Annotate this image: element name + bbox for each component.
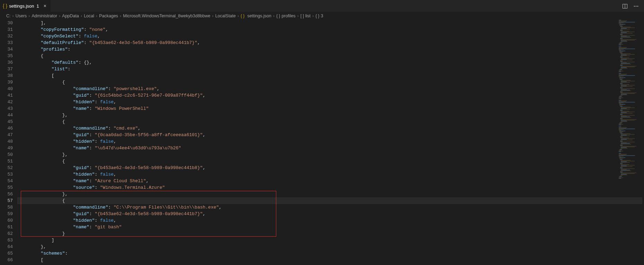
code-line[interactable]: {: [19, 158, 644, 165]
chevron-right-icon: ›: [297, 14, 299, 18]
chevron-right-icon: ›: [12, 14, 14, 18]
code-line[interactable]: },: [19, 191, 644, 197]
breadcrumb-item[interactable]: AppData: [62, 14, 79, 18]
line-numbers: 3031323334353637383940414243444546474849…: [0, 20, 19, 265]
braces-icon: { }: [315, 14, 319, 18]
more-actions-icon[interactable]: [632, 2, 640, 10]
breadcrumb-item[interactable]: list: [305, 14, 311, 18]
breadcrumb-item[interactable]: LocalState: [215, 14, 236, 18]
breadcrumb[interactable]: C:›Users›Administrator›AppData›Local›Pac…: [0, 12, 644, 20]
svg-point-2: [634, 6, 635, 7]
code-content[interactable]: ], "copyFormatting": "none", "copyOnSele…: [19, 20, 644, 265]
code-line[interactable]: "source": "Windows.Terminal.Azure": [19, 184, 644, 191]
chevron-right-icon: ›: [96, 14, 97, 18]
code-line[interactable]: {: [19, 53, 644, 59]
code-line[interactable]: ],: [19, 20, 644, 26]
code-line[interactable]: "guid": "{0caa0dad-35be-5f56-a8ff-afceee…: [19, 132, 644, 138]
code-line[interactable]: "name": "\u547d\u4ee4\u63d0\u793a\u7b26": [19, 145, 644, 151]
code-line[interactable]: "defaults": {},: [19, 59, 644, 66]
svg-point-4: [637, 6, 638, 7]
code-line[interactable]: "commandline": "C:\\Program Files\\Git\\…: [19, 204, 644, 211]
chevron-right-icon: ›: [212, 14, 213, 18]
code-line[interactable]: "hidden": false,: [19, 171, 644, 178]
editor[interactable]: 3031323334353637383940414243444546474849…: [0, 20, 644, 265]
code-line[interactable]: }: [19, 230, 644, 237]
code-line[interactable]: {: [17, 197, 642, 204]
chevron-right-icon: ›: [59, 14, 60, 18]
code-line[interactable]: "guid": "{b453ae62-4e3d-5e58-b989-0a998e…: [19, 165, 644, 171]
breadcrumb-item[interactable]: settings.json: [247, 14, 271, 18]
code-line[interactable]: [: [19, 72, 644, 79]
code-line[interactable]: "copyOnSelect": false,: [19, 33, 644, 39]
braces-icon: { }: [276, 14, 280, 18]
tab-dirty: 1: [37, 3, 39, 9]
chevron-right-icon: ›: [81, 14, 82, 18]
code-line[interactable]: ]: [19, 237, 644, 244]
code-line[interactable]: "hidden": false,: [19, 217, 644, 224]
code-line[interactable]: "hidden": false,: [19, 138, 644, 145]
close-icon[interactable]: ×: [42, 3, 48, 9]
chevron-right-icon: ›: [28, 14, 30, 18]
code-line[interactable]: [: [19, 257, 644, 263]
code-line[interactable]: "defaultProfile": "{b453ae62-4e3d-5e58-b…: [19, 39, 644, 46]
breadcrumb-item[interactable]: Packages: [99, 14, 118, 18]
code-line[interactable]: "guid": "{61c54bbd-c2c6-5271-96e7-009a87…: [19, 92, 644, 99]
array-icon: [ ]: [301, 14, 304, 18]
code-line[interactable]: "name": "git bash": [19, 224, 644, 230]
code-line[interactable]: },: [19, 244, 644, 250]
code-line[interactable]: },: [19, 112, 644, 118]
chevron-right-icon: ›: [238, 14, 239, 18]
minimap[interactable]: [617, 20, 641, 189]
json-icon: { }: [241, 14, 244, 18]
chevron-right-icon: ›: [273, 14, 275, 18]
code-line[interactable]: "schemes":: [19, 250, 644, 257]
breadcrumb-item[interactable]: Users: [16, 14, 27, 18]
editor-actions: [617, 0, 644, 12]
svg-point-3: [636, 6, 637, 7]
chevron-right-icon: ›: [312, 14, 314, 18]
tab-bar: { } settings.json 1 ×: [0, 0, 644, 12]
chevron-right-icon: ›: [120, 14, 121, 18]
breadcrumb-item[interactable]: Microsoft.WindowsTerminal_8wekyb3d8bbwe: [123, 14, 210, 18]
split-editor-icon[interactable]: [621, 2, 629, 10]
breadcrumb-item[interactable]: Local: [84, 14, 94, 18]
breadcrumb-item[interactable]: C:: [6, 14, 11, 18]
active-tab[interactable]: { } settings.json 1 ×: [0, 0, 51, 12]
code-line[interactable]: "copyFormatting": "none",: [19, 26, 644, 33]
code-line[interactable]: "name": "Azure Cloud Shell",: [19, 178, 644, 184]
code-line[interactable]: "list":: [19, 66, 644, 72]
json-icon: { }: [3, 3, 7, 9]
tab-filename: settings.json: [9, 3, 34, 9]
code-line[interactable]: "guid": "{b453ae62-4e3d-5e58-b989-0a998e…: [19, 211, 644, 217]
breadcrumb-item[interactable]: Administrator: [32, 14, 57, 18]
code-line[interactable]: "commandline": "powershell.exe",: [19, 86, 644, 92]
code-line[interactable]: "name": "Windows PowerShell": [19, 105, 644, 112]
code-line[interactable]: {: [19, 118, 644, 125]
breadcrumb-item[interactable]: 3: [321, 14, 323, 18]
code-line[interactable]: "profiles":: [19, 46, 644, 53]
code-line[interactable]: "hidden": false,: [19, 99, 644, 105]
code-line[interactable]: },: [19, 151, 644, 158]
code-line[interactable]: {: [19, 79, 644, 86]
breadcrumb-item[interactable]: profiles: [281, 14, 295, 18]
code-line[interactable]: "commandline": "cmd.exe",: [19, 125, 644, 132]
